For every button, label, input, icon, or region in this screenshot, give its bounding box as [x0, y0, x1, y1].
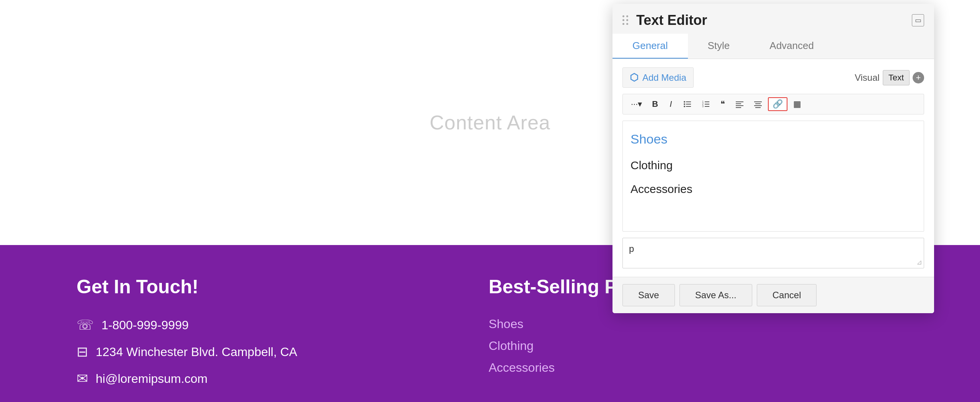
toolbar-more-options-button[interactable]: ···▾ — [627, 97, 646, 111]
address-text: 1234 Winchester Blvd. Campbell, CA — [96, 345, 297, 359]
svg-point-5 — [684, 106, 685, 107]
content-area-label: Content Area — [430, 111, 550, 134]
svg-rect-6 — [705, 101, 709, 102]
phone-icon: ☏ — [77, 317, 94, 333]
text-view-button[interactable]: Text — [883, 70, 910, 85]
svg-rect-12 — [736, 101, 743, 102]
toolbar-align-center-button[interactable] — [750, 97, 766, 111]
address-icon: ⊟ — [77, 344, 88, 360]
editor-item-shoes: Shoes — [630, 129, 916, 149]
resize-handle[interactable]: ⊿ — [916, 258, 922, 266]
svg-rect-17 — [755, 103, 761, 104]
toolbar-blockquote-button[interactable]: ❝ — [716, 97, 730, 111]
save-button[interactable]: Save — [622, 284, 675, 306]
svg-text:3: 3 — [702, 105, 704, 108]
svg-rect-0 — [686, 101, 691, 102]
list-item: ☏ 1-800-999-9999 — [77, 317, 297, 333]
svg-rect-13 — [736, 103, 741, 104]
toolbar-link-button[interactable]: 🔗 — [768, 97, 787, 111]
footer-products-list: Shoes Clothing Accessories — [488, 317, 688, 375]
visual-view-label[interactable]: Visual — [855, 72, 880, 83]
phone-text: 1-800-999-9999 — [101, 318, 189, 332]
text-editor-panel: Text Editor ▭ General Style Advanced ⬡ A… — [612, 4, 934, 313]
svg-rect-16 — [754, 101, 762, 102]
footer-contact-title: Get In Touch! — [77, 276, 297, 298]
drag-handle — [622, 15, 629, 25]
svg-rect-18 — [754, 105, 762, 106]
list-item: Accessories — [488, 361, 688, 375]
svg-rect-7 — [705, 104, 709, 105]
panel-body: ⬡ Add Media Visual Text + ···▾ B I 123 ❝ — [612, 59, 934, 277]
email-icon: ✉ — [77, 371, 88, 387]
editor-textarea-content: p — [629, 243, 634, 254]
editor-item-accessories: Accessories — [630, 180, 916, 198]
svg-rect-15 — [736, 107, 741, 108]
editor-textarea-area[interactable]: p ⊿ — [622, 238, 924, 268]
cancel-button[interactable]: Cancel — [757, 284, 817, 306]
add-view-button[interactable]: + — [913, 72, 924, 83]
svg-rect-19 — [755, 107, 761, 108]
svg-point-3 — [684, 101, 685, 103]
panel-tabs: General Style Advanced — [612, 34, 934, 59]
panel-minimize-button[interactable]: ▭ — [912, 14, 924, 26]
tab-style[interactable]: Style — [688, 34, 750, 59]
svg-rect-1 — [686, 104, 691, 105]
editor-content[interactable]: Shoes Clothing Accessories — [622, 121, 924, 232]
svg-rect-2 — [686, 106, 691, 107]
panel-title: Text Editor — [636, 12, 707, 28]
list-item: ⊟ 1234 Winchester Blvd. Campbell, CA — [77, 344, 297, 360]
panel-header-left: Text Editor — [622, 12, 707, 28]
panel-footer: Save Save As... Cancel — [612, 277, 934, 313]
list-item: ✉ hi@loremipsum.com — [77, 371, 297, 387]
toolbar-unordered-list-button[interactable] — [679, 97, 696, 111]
tab-general[interactable]: General — [612, 34, 688, 59]
list-item: Clothing — [488, 339, 688, 353]
email-text: hi@loremipsum.com — [96, 372, 207, 386]
svg-rect-8 — [705, 106, 709, 107]
add-media-row: ⬡ Add Media Visual Text + — [622, 67, 924, 88]
add-media-icon: ⬡ — [630, 72, 639, 83]
toolbar-table-button[interactable]: ▦ — [789, 97, 805, 111]
list-item: Shoes — [488, 317, 688, 331]
toolbar-ordered-list-button[interactable]: 123 — [697, 97, 714, 111]
tab-advanced[interactable]: Advanced — [750, 34, 834, 59]
add-media-label: Add Media — [642, 72, 686, 83]
editor-item-clothing: Clothing — [630, 156, 916, 175]
svg-rect-14 — [736, 105, 743, 106]
editor-toolbar: ···▾ B I 123 ❝ 🔗 ▦ — [622, 94, 924, 114]
footer-contact-list: ☏ 1-800-999-9999 ⊟ 1234 Winchester Blvd.… — [77, 317, 297, 387]
panel-header: Text Editor ▭ — [612, 4, 934, 28]
svg-point-4 — [684, 103, 685, 105]
add-media-button[interactable]: ⬡ Add Media — [622, 67, 694, 88]
toolbar-align-left-button[interactable] — [731, 97, 748, 111]
save-as-button[interactable]: Save As... — [679, 284, 752, 306]
toolbar-bold-button[interactable]: B — [648, 97, 662, 111]
toolbar-italic-button[interactable]: I — [664, 97, 678, 111]
footer-contact-section: Get In Touch! ☏ 1-800-999-9999 ⊟ 1234 Wi… — [77, 276, 297, 387]
view-toggle: Visual Text + — [855, 70, 924, 85]
